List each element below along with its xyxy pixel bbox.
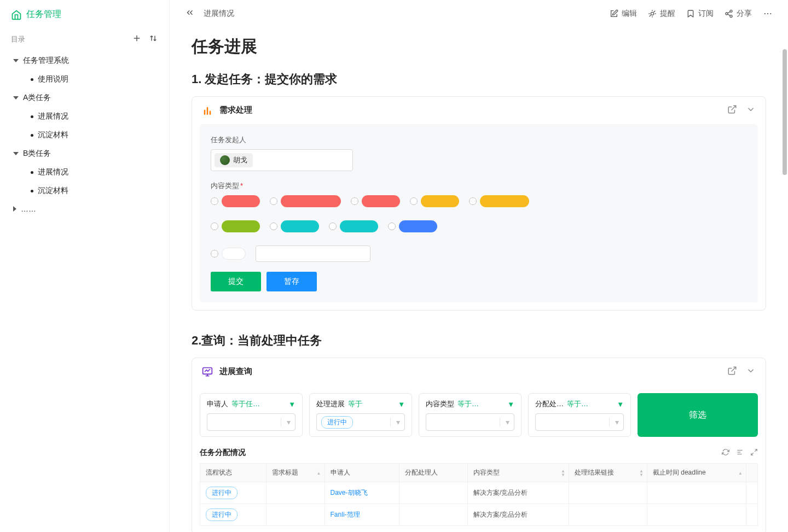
card-request-header: 需求处理 bbox=[192, 97, 766, 124]
section1-title: 1. 发起任务：提交你的需求 bbox=[192, 71, 766, 87]
tree-node-task-system[interactable]: 任务管理系统 bbox=[11, 51, 158, 70]
option-pill bbox=[222, 248, 246, 260]
tree-node-b-tasks[interactable]: B类任务 bbox=[11, 144, 158, 163]
radio-option[interactable] bbox=[211, 220, 260, 232]
open-external-icon[interactable] bbox=[727, 366, 737, 377]
radio-option[interactable] bbox=[388, 220, 437, 232]
more-icon[interactable] bbox=[763, 9, 773, 19]
col-spacer bbox=[746, 464, 758, 482]
radio-icon bbox=[270, 223, 277, 230]
col-applicant[interactable]: 申请人 bbox=[325, 464, 399, 482]
radio-option[interactable] bbox=[351, 195, 400, 207]
svg-line-23 bbox=[751, 453, 754, 455]
tree-node-a-progress[interactable]: 进展情况 bbox=[11, 107, 158, 126]
tree-node-b-materials[interactable]: 沉淀材料 bbox=[11, 182, 158, 200]
bullet-icon bbox=[31, 115, 33, 118]
radio-option[interactable] bbox=[469, 195, 529, 207]
col-title[interactable]: 需求标题▲ bbox=[266, 464, 325, 482]
filter-header[interactable]: 处理进展 等于 ▼ bbox=[316, 399, 405, 409]
bullet-icon bbox=[31, 134, 33, 137]
submit-button[interactable]: 提交 bbox=[211, 272, 261, 291]
radio-option[interactable] bbox=[270, 220, 319, 232]
card-query: 进展查询 申请人 等于任… ▼ ▾ bbox=[192, 358, 766, 532]
filter-input[interactable]: ▾ bbox=[426, 413, 514, 431]
bullet-icon bbox=[31, 171, 33, 174]
chevron-down-icon[interactable] bbox=[746, 366, 756, 377]
filter-input[interactable]: 进行中▾ bbox=[316, 413, 405, 431]
svg-line-14 bbox=[732, 106, 736, 110]
filter-header[interactable]: 申请人 等于任… ▼ bbox=[207, 399, 296, 409]
results-table: 流程状态 需求标题▲ 申请人 分配处理人 内容类型▲▼ 处理结果链接▲▼ 截止时… bbox=[200, 463, 758, 526]
tree-node-a-materials[interactable]: 沉淀材料 bbox=[11, 126, 158, 144]
tree-node-b-progress[interactable]: 进展情况 bbox=[11, 163, 158, 182]
table-title-row: 任务分配情况 bbox=[200, 445, 758, 463]
filter-button[interactable]: 筛选 bbox=[638, 393, 758, 437]
filter-progress: 处理进展 等于 ▼ 进行中▾ bbox=[309, 393, 412, 437]
svg-point-5 bbox=[730, 15, 732, 17]
cell-content-type: 解决方案/竞品分析 bbox=[467, 504, 569, 526]
user-pill[interactable]: 胡戈 bbox=[215, 153, 253, 167]
radio-option[interactable] bbox=[410, 195, 459, 207]
refresh-icon[interactable] bbox=[722, 448, 729, 458]
page-title: 任务进展 bbox=[192, 36, 766, 58]
filter-header[interactable]: 内容类型 等于… ▼ bbox=[426, 399, 514, 409]
filter-tag[interactable]: 进行中 bbox=[321, 416, 353, 429]
sort-icon[interactable] bbox=[148, 33, 158, 45]
applicant-link[interactable]: Fanli-范理 bbox=[331, 511, 360, 518]
caret-down-icon: ▼ bbox=[617, 400, 624, 408]
status-badge: 进行中 bbox=[206, 487, 237, 499]
col-deadline[interactable]: 截止时间 deadline▲ bbox=[647, 464, 746, 482]
col-assignee[interactable]: 分配处理人 bbox=[399, 464, 468, 482]
initiator-input[interactable]: 胡戈 bbox=[211, 149, 353, 171]
radio-icon bbox=[211, 250, 218, 258]
collapse-sidebar-icon[interactable] bbox=[185, 8, 195, 19]
edit-button[interactable]: 编辑 bbox=[610, 9, 637, 19]
scrollbar[interactable] bbox=[783, 49, 787, 175]
settings-icon[interactable] bbox=[736, 448, 744, 458]
radio-icon bbox=[211, 197, 218, 205]
subscribe-button[interactable]: 订阅 bbox=[686, 9, 714, 19]
tree-node-usage[interactable]: 使用说明 bbox=[11, 70, 158, 89]
dropdown-icon: ▾ bbox=[390, 418, 400, 426]
remind-button[interactable]: 提醒 bbox=[648, 9, 675, 19]
filter-input[interactable]: ▾ bbox=[535, 413, 624, 431]
table-row[interactable]: 进行中 Fanli-范理 解决方案/竞品分析 bbox=[200, 504, 758, 526]
sort-icon: ▲ bbox=[317, 471, 321, 475]
radio-option[interactable] bbox=[211, 245, 246, 262]
sort-icon: ▲▼ bbox=[639, 469, 644, 477]
col-result-link[interactable]: 处理结果链接▲▼ bbox=[569, 464, 647, 482]
other-input[interactable] bbox=[256, 245, 370, 262]
radio-option[interactable] bbox=[270, 195, 341, 207]
home-icon bbox=[11, 9, 22, 20]
option-pill bbox=[222, 195, 260, 207]
radio-option[interactable] bbox=[329, 220, 378, 232]
applicant-link[interactable]: Dave-胡晓飞 bbox=[331, 489, 368, 496]
col-content-type[interactable]: 内容类型▲▼ bbox=[467, 464, 569, 482]
caret-down-icon: ▼ bbox=[507, 400, 514, 408]
chevron-down-icon[interactable] bbox=[746, 104, 756, 116]
radio-option[interactable] bbox=[211, 195, 260, 207]
table-title: 任务分配情况 bbox=[200, 448, 722, 458]
caret-down-icon bbox=[13, 96, 19, 100]
svg-line-6 bbox=[728, 14, 731, 16]
svg-line-22 bbox=[755, 449, 757, 451]
col-status[interactable]: 流程状态 bbox=[200, 464, 266, 482]
tree-node-more[interactable]: …… bbox=[11, 200, 158, 218]
sidebar-tree: 任务管理系统 使用说明 A类任务 进展情况 沉淀材料 B类任务 进展情况 沉淀材… bbox=[11, 51, 158, 218]
label-initiator: 任务发起人 bbox=[211, 135, 747, 145]
card-query-header: 进展查询 bbox=[192, 358, 766, 385]
tree-node-a-tasks[interactable]: A类任务 bbox=[11, 89, 158, 107]
add-icon[interactable] bbox=[132, 33, 142, 45]
fullscreen-icon[interactable] bbox=[750, 448, 758, 458]
share-button[interactable]: 分享 bbox=[725, 9, 752, 19]
option-pill bbox=[340, 220, 378, 232]
save-draft-button[interactable]: 暂存 bbox=[266, 272, 317, 291]
avatar-icon bbox=[220, 155, 230, 165]
filter-header[interactable]: 分配处… 等于… ▼ bbox=[535, 399, 624, 409]
content: 任务进展 1. 发起任务：提交你的需求 需求处理 任务发起人 bbox=[170, 27, 788, 532]
svg-point-8 bbox=[764, 13, 766, 14]
filter-input[interactable]: ▾ bbox=[207, 413, 296, 431]
table-row[interactable]: 进行中 Dave-胡晓飞 解决方案/竞品分析 bbox=[200, 482, 758, 504]
sidebar-section-label: 目录 bbox=[11, 34, 25, 44]
open-external-icon[interactable] bbox=[727, 104, 737, 116]
